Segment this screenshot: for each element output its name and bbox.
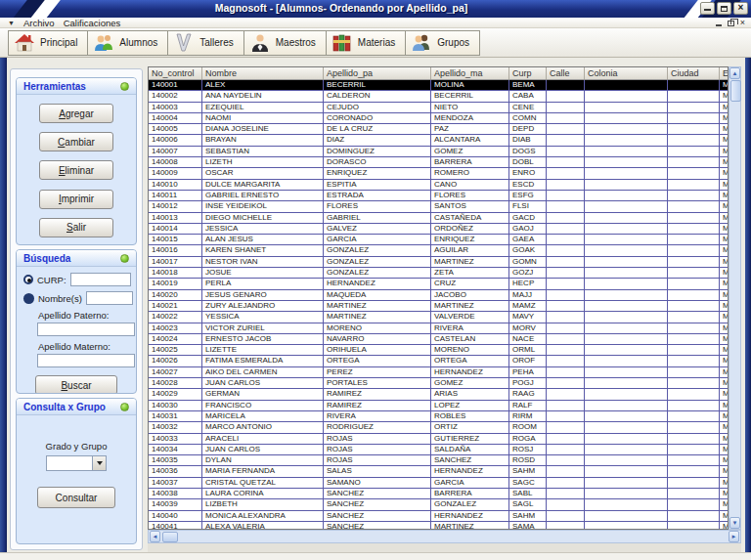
mdi-close-icon[interactable]: ×: [740, 18, 745, 28]
vertical-scroll-thumb[interactable]: [730, 80, 741, 102]
toolbar-maestros-button[interactable]: Maestros: [244, 30, 327, 56]
table-row[interactable]: 140027AIKO DEL CARMENPEREZHERNANDEZPEHAM: [149, 367, 728, 378]
column-header-no_control[interactable]: No_control: [149, 67, 202, 79]
curp-input[interactable]: [70, 273, 131, 286]
table-row[interactable]: 140014JESSICAGALVEZORDOÑEZGAOJM: [149, 224, 728, 235]
table-row[interactable]: 140035DYLANROJASSANCHEZROSDM: [149, 455, 728, 466]
menu-calificaciones[interactable]: Calificaciones: [64, 18, 121, 28]
imprimir-button[interactable]: Imprimir: [39, 190, 113, 209]
column-header-calle[interactable]: Calle: [547, 67, 585, 79]
column-header-nombre[interactable]: Nombre: [202, 67, 324, 79]
table-cell: M: [720, 279, 729, 288]
consultar-button[interactable]: Consultar: [37, 487, 115, 508]
table-row[interactable]: 140026FATIMA ESMERALDAORTEGAORTEGAOROFM: [149, 356, 728, 366]
table-row[interactable]: 140037CRISTAL QUETZALSAMANOGARCIASAGCM: [149, 478, 728, 489]
agregar-button[interactable]: Agregar: [39, 104, 113, 123]
maximize-button[interactable]: [717, 2, 731, 15]
mdi-restore-icon[interactable]: [728, 21, 734, 26]
scroll-down-icon[interactable]: ▼: [729, 517, 740, 529]
menu-archivo[interactable]: Archivo: [23, 18, 55, 28]
column-header-apellido_ma[interactable]: Apellido_ma: [431, 67, 509, 79]
column-header-curp[interactable]: Curp: [509, 67, 547, 79]
mdi-minimize-icon[interactable]: [716, 24, 722, 26]
horizontal-scroll-thumb[interactable]: [162, 532, 178, 542]
table-row[interactable]: 140031MARICELARIVERAROBLESRIRMM: [149, 411, 728, 422]
close-button[interactable]: ×: [733, 2, 748, 15]
table-row[interactable]: 140008LIZETHDORASCOBARRERADOBLM: [149, 157, 728, 168]
table-row[interactable]: 140015ALAN JESUSGARCIAENRIQUEZGAEAM: [149, 235, 728, 245]
table-cell: PORTALES: [324, 378, 431, 388]
table-row[interactable]: 140023VICTOR ZURIELMORENORIVERAMORVM: [149, 323, 728, 334]
toolbar-principal-button[interactable]: Principal: [8, 30, 88, 56]
table-row[interactable]: 140006BRAYANDIAZALCANTARADIABM: [149, 135, 728, 146]
table-row[interactable]: 140029GERMANRAMIREZARIASRAAGM: [149, 389, 728, 400]
scroll-left-icon[interactable]: ◄: [150, 531, 160, 542]
table-row[interactable]: 140030FRANCISCORAMIREZLOPEZRALFM: [149, 401, 728, 411]
column-header-colonia[interactable]: Colonia: [585, 67, 668, 79]
table-cell: AGUILAR: [431, 245, 509, 255]
table-row[interactable]: 140004NAOMICORONADOMENDOZACOMNM: [149, 113, 728, 124]
minimize-button[interactable]: [700, 2, 715, 15]
table-row[interactable]: 140007SEBASTIANDOMINGUEZGOMEZDOGSM: [149, 147, 728, 157]
chevron-down-icon[interactable]: ▼: [8, 20, 15, 26]
table-row[interactable]: 140018JOSUEGONZALEZZETAGOZJM: [149, 268, 728, 279]
table-row[interactable]: 140010DULCE MARGARITAESPITIACANOESCDM: [149, 180, 728, 191]
salir-button[interactable]: Salir: [39, 218, 113, 237]
nombre-input[interactable]: [86, 291, 133, 305]
table-cell: [585, 91, 668, 101]
table-row[interactable]: 140041ALEXA VALERIASANCHEZMARTINEZSAMAM: [149, 522, 728, 530]
table-row[interactable]: 140011GABRIEL ERNESTOESTRADAFLORESESFGM: [149, 191, 728, 201]
table-row[interactable]: 140016KAREN SHANETGONZALEZAGUILARGOAKM: [149, 245, 728, 256]
nombre-radio[interactable]: [23, 293, 34, 304]
table-row[interactable]: 140034JUAN CARLOSROJASSALDAÑAROSJM: [149, 445, 728, 455]
table-row[interactable]: 140020JESUS GENAROMAQUEDAJACOBOMAJJM: [149, 290, 728, 301]
apellido-paterno-input[interactable]: [37, 323, 135, 336]
column-header-apellido_pa[interactable]: Apellido_pa: [324, 67, 431, 79]
scroll-up-icon[interactable]: ▲: [729, 67, 740, 79]
table-row[interactable]: 140021ZURY ALEJANDROMARTINEZMARTINEZMAMZ…: [149, 301, 728, 312]
table-cell: MARTINEZ: [431, 301, 509, 311]
column-header-ciudad[interactable]: Ciudad: [668, 67, 720, 79]
table-row[interactable]: 140024ERNESTO JACOBNAVARROCASTELANNACEM: [149, 334, 728, 345]
curp-radio[interactable]: [23, 275, 33, 284]
buscar-button[interactable]: Buscar: [35, 375, 117, 394]
toolbar-talleres-button[interactable]: Talleres: [168, 30, 243, 56]
column-header-e[interactable]: E: [720, 67, 729, 79]
table-row[interactable]: 140036MARIA FERNANDASALASHERNANDEZSAHMM: [149, 466, 728, 477]
table-row[interactable]: 140009OSCARENRIQUEZROMEROENROM: [149, 168, 728, 179]
eliminar-button[interactable]: Eliminar: [39, 160, 113, 180]
toolbar-materias-button[interactable]: Materias: [327, 30, 406, 56]
table-row[interactable]: 140003EZEQUIELCEJUDONIETOCENEM: [149, 103, 728, 113]
app-window: Magnosoft - [Alumnos- Ordenando por Apel…: [0, 0, 751, 560]
grado-grupo-select[interactable]: [46, 455, 107, 471]
table-row[interactable]: 140028JUAN CARLOSPORTALESGOMEZPOGJM: [149, 378, 728, 389]
toolbar-grupos-button[interactable]: Grupos: [406, 30, 480, 56]
table-row[interactable]: 140001ALEXBECERRILMOLINABEMAM: [149, 80, 728, 91]
table-row[interactable]: 140033ARACELIROJASGUTIERREZROGAM: [149, 434, 728, 445]
table-row[interactable]: 140032MARCO ANTONIORODRIGUEZORTIZROOMM: [149, 422, 728, 433]
table-row[interactable]: 140017NESTOR IVANGONZALEZMARTINEZGOMNM: [149, 257, 728, 268]
dropdown-arrow-icon[interactable]: [92, 456, 106, 470]
horizontal-scrollbar[interactable]: ◄ ►: [148, 530, 741, 543]
vertical-scrollbar[interactable]: ▲ ▼: [729, 66, 741, 530]
table-row[interactable]: 140012INSE YEIDEIKOLFLORESSANTOSFLSIM: [149, 201, 728, 212]
table-row[interactable]: 140025LIZETTEORIHUELAMORENOORMLM: [149, 345, 728, 356]
table-row[interactable]: 140039LIZBETHSANCHEZGONZALEZSAGLM: [149, 499, 728, 510]
table-row[interactable]: 140019PERLAHERNANDEZCRUZHECPM: [149, 279, 728, 289]
toolbar-alumnos-button[interactable]: Alumnos: [88, 30, 168, 56]
table-cell: [547, 191, 585, 200]
table-row[interactable]: 140040MONICA ALEXANDRASANCHEZHERNANDEZSA…: [149, 511, 728, 522]
table-cell: [668, 268, 720, 278]
table-row[interactable]: 140013DIEGO MICHELLEGABRIELCASTAÑEDAGACD…: [149, 213, 728, 224]
table-row[interactable]: 140038LAURA CORINASANCHEZBARRERASABLM: [149, 489, 728, 499]
cambiar-button[interactable]: Cambiar: [39, 132, 113, 151]
scroll-right-icon[interactable]: ►: [729, 531, 739, 542]
apellido-materno-input[interactable]: [37, 354, 135, 367]
table-cell: 140040: [149, 511, 202, 521]
table-row[interactable]: 140002ANA NAYDELINCALDERONBECERRILCABAM: [149, 91, 728, 102]
table-row[interactable]: 140022YESSICAMARTINEZVALVERDEMAVYM: [149, 312, 728, 323]
table-cell: MAQUEDA: [324, 290, 431, 300]
table-row[interactable]: 140005DIANA JOSELINEDE LA CRUZPAZDEPDM: [149, 124, 728, 135]
table-cell: SALAS: [324, 466, 431, 476]
table-cell: MENDOZA: [431, 113, 509, 123]
